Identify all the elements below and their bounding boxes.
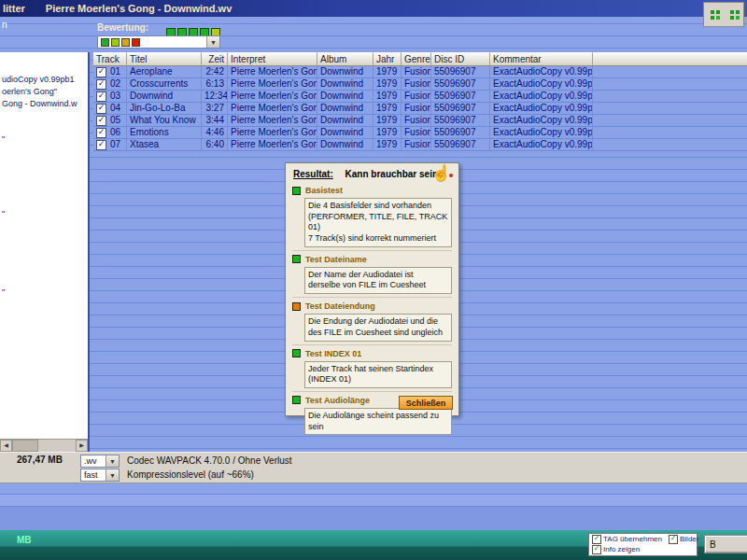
- chevron-down-icon[interactable]: ▼: [106, 469, 119, 481]
- row-checkbox[interactable]: ✓: [96, 128, 106, 138]
- cell-time: 12:34: [202, 91, 228, 102]
- cuesheet-line: ": [2, 134, 5, 144]
- table-row[interactable]: ✓03Downwind12:34Pierre Moerlen's GongDow…: [93, 91, 747, 103]
- section-body: Jeder Track hat seinen Startindex (INDEX…: [304, 361, 452, 388]
- cell-comment: ExactAudioCopy v0.99pb1: [490, 139, 593, 150]
- format-combobox[interactable]: .wv ▼: [80, 455, 120, 468]
- row-checkbox[interactable]: ✓: [96, 91, 106, 102]
- middle-band: [0, 483, 747, 530]
- table-row[interactable]: ✓04Jin-Go-Lo-Ba3:27Pierre Moerlen's Gong…: [93, 103, 747, 115]
- bilder-checkbox[interactable]: ✓: [669, 535, 678, 544]
- tool-icon[interactable]: [711, 10, 714, 14]
- chevron-down-icon[interactable]: ▼: [206, 36, 219, 48]
- row-checkbox[interactable]: ✓: [96, 104, 106, 114]
- col-header-discid[interactable]: Disc ID: [431, 52, 490, 66]
- close-button[interactable]: Schließen: [399, 396, 453, 410]
- section-title: Basistest: [305, 186, 343, 195]
- table-body: ✓01Aeroplane2:42Pierre Moerlen's GongDow…: [93, 66, 747, 151]
- check-icon: ✓: [669, 535, 677, 541]
- cell-year: 1979: [374, 66, 402, 77]
- table-row[interactable]: ✓05What You Know3:44Pierre Moerlen's Gon…: [93, 115, 747, 127]
- cell-title: Emotions: [127, 127, 202, 138]
- tag-checkbox[interactable]: ✓: [592, 535, 601, 544]
- table-row[interactable]: ✓02Crosscurrents6:13Pierre Moerlen's Gon…: [93, 78, 747, 91]
- window-tools[interactable]: [703, 2, 744, 27]
- cell-track: ✓07: [93, 139, 127, 150]
- cell-comment: ExactAudioCopy v0.99pb1: [490, 103, 593, 114]
- track-number: 06: [110, 127, 120, 137]
- track-number: 07: [110, 139, 120, 149]
- cell-album: Downwind: [317, 139, 374, 150]
- track-number: 01: [110, 66, 120, 77]
- result-dialog: Resultat: Kann brauchbar sein ☝ Basistes…: [285, 162, 459, 416]
- cell-comment: ExactAudioCopy v0.99pb1: [490, 127, 593, 138]
- col-header-filler: [593, 52, 747, 66]
- table-row[interactable]: ✓06Emotions4:46Pierre Moerlen's GongDown…: [93, 127, 747, 139]
- cuesheet-panel[interactable]: udioCopy v0.99pb1 oerlen's Gong" Gong - …: [0, 52, 90, 452]
- cell-discid: 55096907: [431, 115, 490, 126]
- section-body: Die 4 Basisfelder sind vorhanden (PERFOR…: [304, 198, 452, 247]
- status-bullet-icon: [292, 187, 301, 195]
- rating-combobox[interactable]: ▼: [97, 35, 220, 49]
- info-checkbox[interactable]: ✓: [592, 545, 601, 554]
- app-title-fragment: litter: [3, 3, 25, 14]
- col-header-album[interactable]: Album: [317, 52, 374, 66]
- cell-genre: Fusion: [402, 139, 431, 150]
- table-row[interactable]: ✓07Xtasea6:40Pierre Moerlen's GongDownwi…: [93, 139, 747, 151]
- row-checkbox[interactable]: ✓: [96, 67, 106, 77]
- cell-filler: [593, 91, 747, 102]
- chevron-down-icon[interactable]: ▼: [106, 455, 119, 467]
- speed-value: fast: [81, 470, 106, 480]
- rating-square-icon: [132, 38, 140, 47]
- tool-icon[interactable]: [730, 10, 734, 14]
- cell-discid: 55096907: [431, 127, 490, 138]
- cell-comment: ExactAudioCopy v0.99pb1: [490, 91, 593, 102]
- col-header-jahr[interactable]: Jahr: [374, 52, 402, 66]
- section-title: Test Audiolänge: [305, 396, 370, 405]
- cuesheet-line: ": [2, 209, 5, 218]
- cell-year: 1979: [374, 139, 402, 150]
- cell-time: 4:46: [202, 127, 228, 138]
- section-title: Test Dateiname: [305, 255, 367, 264]
- row-checkbox[interactable]: ✓: [96, 140, 106, 150]
- col-header-interpret[interactable]: Interpret: [228, 52, 317, 66]
- col-header-kommentar[interactable]: Kommentar: [490, 52, 593, 66]
- cell-filler: [593, 115, 747, 126]
- codec-label: Codec WAVPACK 4.70.0 / Ohne Verlust: [127, 455, 292, 466]
- speed-combobox[interactable]: fast ▼: [80, 469, 120, 482]
- row-checkbox[interactable]: ✓: [96, 79, 106, 90]
- row-checkbox[interactable]: ✓: [96, 116, 106, 126]
- col-header-track[interactable]: Track: [93, 52, 127, 66]
- track-table: Track Titel Zeit Interpret Album Jahr Ge…: [93, 52, 747, 151]
- rating-square-icon: [121, 38, 130, 47]
- col-header-titel[interactable]: Titel: [127, 52, 202, 66]
- partial-button[interactable]: B: [704, 535, 747, 553]
- cell-year: 1979: [374, 91, 402, 102]
- test-section: Test DateinameDer Name der Audiodatei is…: [292, 250, 452, 294]
- table-row[interactable]: ✓01Aeroplane2:42Pierre Moerlen's GongDow…: [93, 66, 747, 78]
- cell-time: 6:40: [202, 139, 228, 150]
- cell-filler: [593, 103, 747, 114]
- scroll-right-icon[interactable]: ▶: [76, 440, 88, 452]
- cell-filler: [593, 127, 747, 138]
- section-title-row: Test Dateiendung: [292, 301, 452, 312]
- check-icon: ✓: [97, 91, 106, 99]
- cuesheet-line: oerlen's Gong": [2, 87, 57, 96]
- scrollbar-thumb[interactable]: [12, 440, 38, 452]
- scrollbar-track[interactable]: [38, 440, 76, 452]
- col-header-genre[interactable]: Genre: [402, 52, 431, 66]
- cell-time: 3:44: [202, 115, 228, 126]
- check-icon: ✓: [97, 116, 106, 123]
- scroll-left-icon[interactable]: ◀: [0, 440, 12, 452]
- cell-title: Jin-Go-Lo-Ba: [127, 103, 202, 114]
- track-number: 02: [110, 78, 120, 89]
- col-header-zeit[interactable]: Zeit: [202, 52, 228, 66]
- horizontal-scrollbar[interactable]: ◀ ▶: [0, 439, 88, 452]
- cell-artist: Pierre Moerlen's Gong: [228, 139, 317, 150]
- cell-track: ✓05: [93, 115, 127, 126]
- cell-comment: ExactAudioCopy v0.99pb1: [490, 78, 593, 90]
- section-body: Die Audiolänge scheint passend zu sein: [304, 408, 452, 435]
- cell-album: Downwind: [317, 66, 374, 77]
- cell-year: 1979: [374, 103, 402, 114]
- cell-discid: 55096907: [431, 78, 490, 90]
